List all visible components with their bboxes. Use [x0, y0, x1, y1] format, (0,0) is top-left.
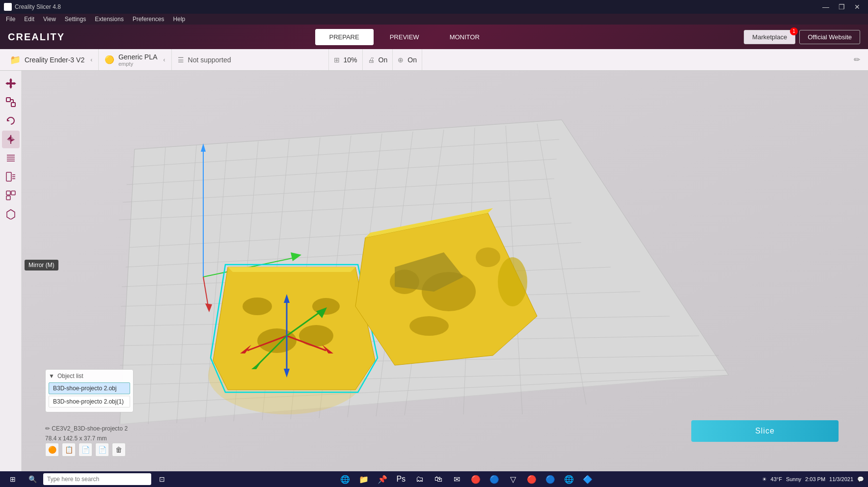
file-action-cube[interactable]: 🟠: [45, 443, 59, 457]
printer-section[interactable]: 📁 Creality Ender-3 V2 ‹: [4, 49, 99, 70]
infill-section[interactable]: ⊞ 10%: [329, 49, 363, 70]
svg-line-57: [562, 120, 729, 375]
tool8[interactable]: [2, 205, 20, 223]
title-bar-left: Creality Slicer 4.8: [4, 3, 61, 11]
svg-line-47: [234, 141, 258, 421]
tab-monitor[interactable]: MONITOR: [435, 29, 494, 45]
svg-line-48: [262, 139, 289, 420]
taskbar-apps: 🌐 📁 📌 Ps 🗂 🛍 ✉ 🔴 🔵 ▽ 🔴 🔵 🌐 🔷: [336, 472, 597, 486]
rotate-tool[interactable]: [2, 112, 20, 130]
adhesion1-icon: 🖨: [368, 56, 375, 64]
svg-line-36: [122, 267, 611, 287]
mirror-tool[interactable]: [2, 131, 20, 148]
taskbar-pinterest[interactable]: 📌: [374, 472, 391, 486]
file-info: ✏ CE3V2_B3D-shoe-projecto 2: [45, 425, 128, 432]
sec-edit-icon[interactable]: ✏: [854, 55, 864, 64]
menu-help[interactable]: Help: [169, 15, 190, 24]
object-list: ▼ Object list B3D-shoe-projecto 2.obj B3…: [45, 369, 134, 412]
svg-marker-91: [395, 252, 463, 292]
object-list-item-1[interactable]: B3D-shoe-projecto 2.obj(1): [49, 396, 130, 407]
infill-val: 10%: [344, 56, 357, 64]
svg-line-55: [506, 126, 522, 414]
object-list-label: Object list: [57, 373, 83, 379]
tab-preview[interactable]: PREVIEW: [376, 29, 434, 45]
marketplace-button[interactable]: Marketplace 1: [744, 30, 795, 44]
viewport[interactable]: ▼ Object list B3D-shoe-projecto 2.obj B3…: [22, 71, 868, 471]
maximize-button[interactable]: ❐: [835, 0, 848, 14]
svg-line-51: [348, 134, 382, 417]
material-section[interactable]: 🟡 Generic PLA empty ‹: [99, 49, 171, 70]
official-website-button[interactable]: Official Website: [799, 30, 860, 44]
svg-line-35: [126, 243, 581, 267]
object-list-item-0[interactable]: B3D-shoe-projecto 2.obj: [49, 382, 130, 394]
file-action-doc1[interactable]: 📄: [79, 443, 92, 457]
svg-marker-84: [284, 369, 290, 378]
taskbar-office[interactable]: 🔴: [467, 472, 485, 486]
svg-marker-3: [9, 86, 12, 89]
taskbar-app2[interactable]: ▽: [504, 472, 522, 486]
title-bar-controls: — ❐ ✕: [819, 0, 864, 14]
menu-file[interactable]: File: [2, 15, 19, 24]
svg-marker-66: [213, 267, 375, 390]
taskbar-mail[interactable]: ✉: [448, 472, 466, 486]
taskbar-edge[interactable]: 🌐: [336, 472, 354, 486]
taskbar-photoshop[interactable]: Ps: [392, 472, 410, 486]
svg-marker-26: [7, 210, 15, 219]
pencil-icon: ✏: [45, 425, 52, 432]
search-bar[interactable]: [43, 473, 151, 485]
taskbar-store[interactable]: 🛍: [430, 472, 447, 486]
menu-settings[interactable]: Settings: [61, 15, 90, 24]
tab-prepare[interactable]: PREPARE: [315, 29, 374, 45]
taskbar-security[interactable]: 🔵: [542, 472, 559, 486]
object-list-header[interactable]: ▼ Object list: [49, 373, 130, 379]
menu-preferences[interactable]: Preferences: [129, 15, 168, 24]
taskbar-notification[interactable]: 💬: [857, 476, 864, 483]
adhesion2-section[interactable]: ⊕ On: [393, 49, 422, 70]
task-view-button[interactable]: ⊡: [153, 472, 171, 486]
file-action-copy[interactable]: 📋: [62, 443, 76, 457]
move-tool[interactable]: [2, 75, 20, 92]
file-action-delete[interactable]: 🗑: [112, 443, 126, 457]
taskbar-files[interactable]: 🗂: [411, 472, 429, 486]
viewport-svg: [22, 71, 868, 471]
taskbar-chrome[interactable]: 🔵: [486, 472, 503, 486]
taskbar-date: 11/3/2021: [829, 476, 853, 482]
minimize-button[interactable]: —: [819, 0, 833, 14]
nav-tabs: PREPARE PREVIEW MONITOR: [315, 29, 494, 45]
support-section[interactable]: ☰ Not supported: [172, 49, 329, 70]
svg-point-69: [299, 325, 333, 347]
start-button[interactable]: ⊞: [4, 472, 22, 486]
material-sub: empty: [118, 61, 157, 67]
tool7[interactable]: [2, 187, 20, 204]
taskbar-temperature: 43°F: [771, 476, 782, 482]
material-icon: 🟡: [105, 55, 114, 64]
menu-edit[interactable]: Edit: [20, 15, 38, 24]
svg-line-54: [463, 128, 475, 414]
svg-marker-80: [240, 345, 251, 353]
svg-line-73: [287, 336, 326, 351]
menu-extensions[interactable]: Extensions: [91, 15, 128, 24]
svg-line-56: [537, 124, 586, 405]
file-action-doc2[interactable]: 📄: [95, 443, 109, 457]
tool6[interactable]: [2, 168, 20, 186]
svg-point-87: [422, 272, 476, 311]
search-input[interactable]: [47, 476, 136, 483]
mirror-tooltip: Mirror (M): [25, 260, 58, 271]
scale-tool[interactable]: [2, 93, 20, 111]
taskbar-browser2[interactable]: 🌐: [560, 472, 578, 486]
taskbar-teams[interactable]: 🔷: [579, 472, 597, 486]
adhesion1-section[interactable]: 🖨 On: [363, 49, 393, 70]
svg-line-60: [203, 257, 297, 277]
close-button[interactable]: ✕: [850, 0, 864, 14]
menu-view[interactable]: View: [39, 15, 60, 24]
taskbar-explorer[interactable]: 📁: [355, 472, 373, 486]
slice-button[interactable]: Slice: [691, 420, 839, 442]
taskbar-vpn[interactable]: 🔴: [523, 472, 541, 486]
svg-line-81: [257, 336, 287, 365]
svg-line-79: [247, 336, 287, 351]
svg-point-90: [409, 316, 449, 336]
svg-line-33: [119, 198, 552, 220]
svg-point-71: [312, 298, 340, 315]
svg-marker-2: [9, 78, 12, 81]
tool5[interactable]: [2, 149, 20, 167]
